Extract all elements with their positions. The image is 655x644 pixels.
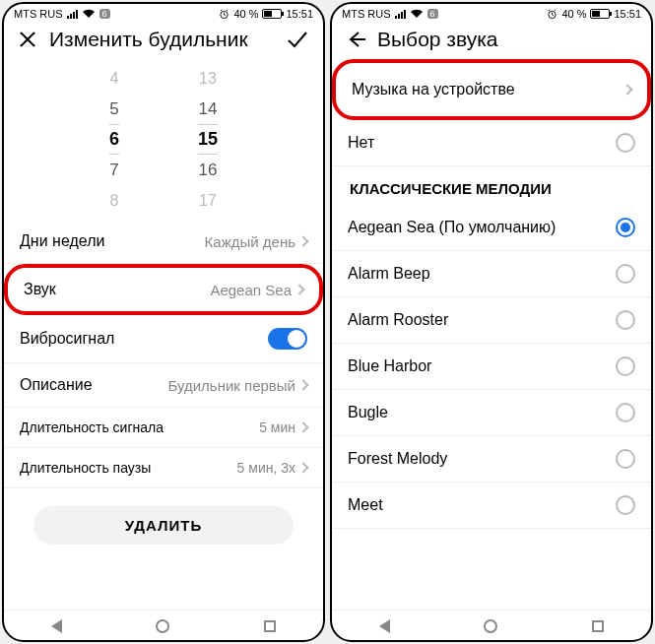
status-bar: MTS RUS 6 40 % 15:51: [332, 4, 651, 22]
row-label: Звук: [24, 281, 56, 298]
nav-recent-icon[interactable]: [264, 620, 276, 632]
row-melody[interactable]: Alarm Rooster: [332, 297, 651, 344]
melody-label: Forest Melody: [348, 450, 447, 468]
radio-unchecked[interactable]: [616, 133, 635, 153]
chevron-right-icon: [297, 462, 308, 473]
row-melody[interactable]: Meet: [332, 483, 651, 529]
melody-label: Aegean Sea (По умолчанию): [348, 219, 556, 236]
clock-time: 15:51: [286, 8, 313, 20]
row-melody[interactable]: Alarm Beep: [332, 251, 651, 297]
vibrate-toggle[interactable]: [268, 328, 307, 350]
sound-list: Музыка на устройстве Нет КЛАССИЧЕСКИЕ МЕ…: [332, 59, 651, 529]
melody-label: Blue Harbor: [348, 357, 431, 375]
carrier-label: MTS RUS: [342, 8, 391, 20]
nav-home-icon[interactable]: [484, 619, 497, 633]
row-pause-duration[interactable]: Длительность паузы 5 мин, 3x: [4, 448, 323, 488]
battery-pct: 40 %: [233, 8, 258, 20]
row-label: Дни недели: [20, 232, 104, 250]
radio-unchecked[interactable]: [616, 356, 635, 376]
title-bar: Выбор звука: [332, 22, 651, 59]
alarm-icon: [219, 9, 229, 20]
settings-list: Дни недели Каждый день Звук Aegean Sea В…: [4, 220, 323, 488]
nav-back-icon[interactable]: [51, 619, 62, 633]
radio-unchecked[interactable]: [616, 495, 635, 515]
row-label: Нет: [348, 134, 374, 152]
phone-sound-select: MTS RUS 6 40 % 15:51 Выбор звука Музыка …: [330, 2, 653, 642]
row-label: Длительность паузы: [20, 460, 151, 476]
chevron-right-icon: [297, 421, 308, 432]
row-days[interactable]: Дни недели Каждый день: [4, 220, 323, 264]
battery-icon: [262, 9, 282, 19]
wifi-icon: [410, 9, 424, 19]
row-signal-duration[interactable]: Длительность сигнала 5 мин: [4, 408, 323, 448]
row-melody[interactable]: Bugle: [332, 390, 651, 436]
battery-pct: 40 %: [561, 8, 586, 20]
title-bar: Изменить будильник: [4, 22, 323, 59]
phone-edit-alarm: MTS RUS 6 40 % 15:51 Изменить будильник …: [2, 2, 325, 642]
row-sound[interactable]: Звук Aegean Sea: [4, 264, 323, 315]
chevron-right-icon: [297, 379, 308, 390]
row-none[interactable]: Нет: [332, 120, 651, 166]
signal-icon: [395, 10, 406, 19]
nav-home-icon[interactable]: [156, 619, 169, 633]
confirm-icon[interactable]: [286, 30, 309, 49]
row-melody[interactable]: Blue Harbor: [332, 344, 651, 390]
back-icon[interactable]: [346, 30, 365, 49]
melody-label: Bugle: [348, 404, 388, 421]
row-label: Длительность сигнала: [20, 419, 164, 435]
row-label: Вибросигнал: [20, 330, 114, 348]
section-header: КЛАССИЧЕСКИЕ МЕЛОДИИ: [332, 166, 651, 205]
melody-label: Alarm Rooster: [348, 311, 448, 329]
row-description[interactable]: Описание Будильник первый: [4, 363, 323, 408]
hour-picker[interactable]: 4 5 6 7 8: [109, 63, 119, 216]
time-picker[interactable]: 4 5 6 7 8 13 14 15 16 17: [4, 59, 323, 220]
melody-label: Meet: [348, 496, 383, 514]
row-melody[interactable]: Aegean Sea (По умолчанию): [332, 205, 651, 251]
carrier-label: MTS RUS: [14, 8, 63, 20]
row-melody[interactable]: Forest Melody: [332, 436, 651, 483]
alarm-icon: [547, 9, 557, 20]
radio-unchecked[interactable]: [616, 310, 635, 330]
chevron-right-icon: [294, 284, 304, 294]
nav-recent-icon[interactable]: [592, 620, 604, 632]
wifi-icon: [82, 9, 96, 19]
nav-back-icon[interactable]: [379, 619, 390, 633]
clock-time: 15:51: [614, 8, 641, 20]
battery-icon: [590, 9, 610, 19]
wifi-badge: 6: [99, 9, 110, 19]
radio-unchecked[interactable]: [616, 449, 635, 469]
status-bar: MTS RUS 6 40 % 15:51: [4, 4, 323, 22]
delete-button[interactable]: УДАЛИТЬ: [33, 506, 294, 545]
wifi-badge: 6: [427, 9, 438, 19]
chevron-right-icon: [297, 235, 308, 246]
page-title: Изменить будильник: [49, 28, 248, 51]
row-label: Музыка на устройстве: [352, 81, 515, 98]
chevron-right-icon: [622, 84, 632, 95]
melody-label: Alarm Beep: [348, 265, 430, 283]
close-icon[interactable]: [18, 30, 37, 49]
page-title: Выбор звука: [377, 28, 497, 51]
row-music-on-device[interactable]: Музыка на устройстве: [332, 59, 651, 120]
row-vibrate[interactable]: Вибросигнал: [4, 315, 323, 363]
radio-checked[interactable]: [616, 218, 635, 237]
radio-unchecked[interactable]: [616, 264, 635, 284]
row-label: Описание: [20, 376, 93, 394]
nav-bar: [332, 610, 651, 640]
signal-icon: [67, 10, 78, 19]
nav-bar: [4, 610, 323, 640]
radio-unchecked[interactable]: [616, 403, 635, 422]
minute-picker[interactable]: 13 14 15 16 17: [198, 63, 218, 216]
